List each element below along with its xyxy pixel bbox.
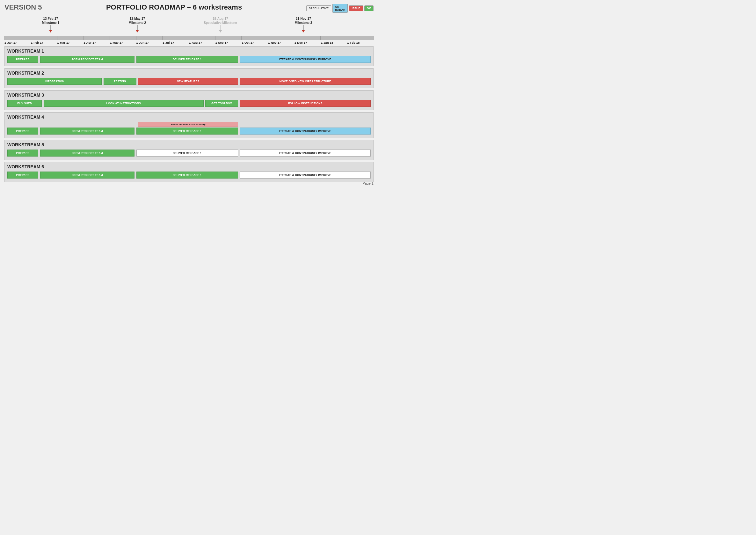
date-labels: 1-Jan-171-Feb-171-Mar-171-Apr-171-May-17… (5, 41, 373, 44)
workstream-ws6: WORKSTREAM 6PREPAREFORM PROJECT TEAMDELI… (5, 162, 373, 182)
date-label-2: 1-Mar-17 (57, 41, 84, 44)
legend: SPECULATIVE ONRADAR ISSUE OK (306, 4, 373, 13)
date-label-8: 1-Sep-17 (215, 41, 242, 44)
bar-ws1-0-0: PREPARE (7, 56, 38, 63)
bar-ws3-0-1: LOOK AT INSTRUCTIONS (44, 100, 204, 107)
bar-ws2-0-2: NEW FEATURES (138, 78, 238, 85)
axis-tick-2 (57, 36, 84, 40)
axis-tick-0 (5, 36, 31, 40)
date-label-6: 1-Jul-17 (163, 41, 189, 44)
workstream-ws5: WORKSTREAM 5PREPAREFORM PROJECT TEAMDELI… (5, 140, 373, 160)
axis-tick-11 (294, 36, 321, 40)
bar-ws4-0-3: ITERATE & CONTINUOUSLY IMPROVE (240, 127, 371, 134)
date-label-1: 1-Feb-17 (31, 41, 57, 44)
workstreams-container: WORKSTREAM 1PREPAREFORM PROJECT TEAMDELI… (5, 46, 373, 182)
workstream-ws4: WORKSTREAM 4PREPAREFORM PROJECT TEAMDELI… (5, 112, 373, 138)
date-label-10: 1-Nov-17 (268, 41, 294, 44)
axis-tick-6 (163, 36, 189, 40)
page-title: PORTFOLIO ROADMAP – 6 workstreams (42, 3, 306, 12)
legend-ok: OK (364, 5, 374, 11)
date-label-7: 1-Aug-17 (189, 41, 215, 44)
axis-tick-7 (189, 36, 215, 40)
bar-ws6-0-2: DELIVER RELEASE 1 (136, 172, 238, 179)
date-label-9: 1-Oct-17 (242, 41, 268, 44)
date-label-4: 1-May-17 (110, 41, 136, 44)
gantt-row-ws5-0: PREPAREFORM PROJECT TEAMDELIVER RELEASE … (7, 149, 371, 157)
axis-tick-5 (136, 36, 163, 40)
bar-ws6-0-0: PREPARE (7, 172, 38, 179)
bar-ws6-0-3: ITERATE & CONTINUOUSLY IMPROVE (240, 172, 371, 179)
bar-ws4-0-1: FORM PROJECT TEAM (40, 127, 134, 134)
bar-ws2-0-3: MOVE ONTO NEW INFRASTRUCTURE (240, 78, 371, 85)
axis-tick-8 (215, 36, 242, 40)
axis-tick-4 (110, 36, 136, 40)
bar-ws1-0-1: FORM PROJECT TEAM (40, 56, 134, 63)
gantt-row-ws1-0: PREPAREFORM PROJECT TEAMDELIVER RELEASE … (7, 55, 371, 64)
milestone-date-label-m4: 21-Nov-17Milestone 3 (295, 16, 312, 25)
bar-ws5-0-2: DELIVER RELEASE 1 (136, 150, 238, 156)
legend-issue: ISSUE (349, 5, 363, 11)
bar-ws3-0-2: GET TOOLBOX (205, 100, 238, 107)
milestones-area: 13-Feb-17Milestone 112-May-17Milestone 2… (5, 16, 373, 36)
bar-ws2-0-0: INTEGRATION (7, 78, 102, 85)
bar-ws1-0-2: DELIVER RELEASE 1 (136, 56, 238, 63)
bar-ws3-0-0: BUY SHED (7, 100, 42, 107)
date-label-12: 1-Jan-18 (321, 41, 347, 44)
header: VERSION 5 PORTFOLIO ROADMAP – 6 workstre… (5, 3, 373, 13)
timeline-section: 13-Feb-17Milestone 112-May-17Milestone 2… (5, 16, 373, 44)
workstream-title-ws5: WORKSTREAM 5 (7, 142, 371, 147)
workstream-title-ws1: WORKSTREAM 1 (7, 48, 371, 54)
milestone-date-label-m2: 12-May-17Milestone 2 (129, 16, 146, 25)
overlay-bar-ws4-0-0: Some smaller extra activity (138, 122, 238, 127)
bar-ws3-0-3: FOLLOW INSTRUCTIONS (240, 100, 371, 107)
bar-ws2-0-1: TESTING (104, 78, 136, 85)
legend-speculative: SPECULATIVE (306, 5, 331, 11)
milestone-m2: 12-May-17Milestone 2 (129, 16, 146, 33)
axis-tick-3 (84, 36, 110, 40)
workstream-title-ws4: WORKSTREAM 4 (7, 114, 371, 120)
axis-tick-9 (242, 36, 268, 40)
workstream-ws3: WORKSTREAM 3BUY SHEDLOOK AT INSTRUCTIONS… (5, 90, 373, 110)
gantt-row-ws3-0: BUY SHEDLOOK AT INSTRUCTIONSGET TOOLBOXF… (7, 99, 371, 107)
milestone-m3: 19-Aug-17Speculative Milestone (204, 16, 237, 33)
milestone-m4: 21-Nov-17Milestone 3 (295, 16, 312, 33)
workstream-title-ws3: WORKSTREAM 3 (7, 93, 371, 98)
date-label-11: 1-Dec-17 (294, 41, 321, 44)
bar-ws4-0-2: DELIVER RELEASE 1 (136, 127, 238, 134)
legend-on-radar: ONRADAR (333, 4, 348, 13)
header-divider (5, 15, 373, 15)
axis-bar (5, 36, 373, 40)
page-number: Page 1 (363, 182, 373, 185)
bar-ws6-0-1: FORM PROJECT TEAM (40, 172, 134, 179)
date-label-13: 1-Feb-18 (347, 41, 373, 44)
axis-tick-12 (321, 36, 347, 40)
workstream-title-ws2: WORKSTREAM 2 (7, 70, 371, 75)
milestone-date-label-m1: 13-Feb-17Milestone 1 (42, 16, 59, 25)
milestone-date-label-m3: 19-Aug-17Speculative Milestone (204, 16, 237, 25)
date-label-0: 1-Jan-17 (5, 41, 31, 44)
axis-tick-10 (268, 36, 294, 40)
axis-tick-13 (347, 36, 373, 40)
bar-ws5-0-0: PREPARE (7, 150, 38, 156)
gantt-row-ws6-0: PREPAREFORM PROJECT TEAMDELIVER RELEASE … (7, 171, 371, 179)
workstream-ws1: WORKSTREAM 1PREPAREFORM PROJECT TEAMDELI… (5, 46, 373, 66)
date-label-3: 1-Apr-17 (84, 41, 110, 44)
version-label: VERSION 5 (5, 3, 42, 12)
gantt-row-ws2-0: INTEGRATIONTESTINGNEW FEATURESMOVE ONTO … (7, 77, 371, 85)
bar-ws4-0-0: PREPARE (7, 127, 38, 134)
bar-ws5-0-1: FORM PROJECT TEAM (40, 150, 134, 156)
workstream-ws2: WORKSTREAM 2INTEGRATIONTESTINGNEW FEATUR… (5, 68, 373, 88)
date-label-5: 1-Jun-17 (136, 41, 163, 44)
workstream-title-ws6: WORKSTREAM 6 (7, 164, 371, 169)
bar-ws5-0-3: ITERATE & CONTINUOUSLY IMPROVE (240, 150, 371, 156)
page: VERSION 5 PORTFOLIO ROADMAP – 6 workstre… (0, 0, 378, 187)
milestone-m1: 13-Feb-17Milestone 1 (42, 16, 59, 33)
bar-ws1-0-3: ITERATE & CONTINUOUSLY IMPROVE (240, 56, 371, 63)
axis-tick-1 (31, 36, 58, 40)
gantt-row-ws4-0: PREPAREFORM PROJECT TEAMDELIVER RELEASE … (7, 121, 371, 135)
